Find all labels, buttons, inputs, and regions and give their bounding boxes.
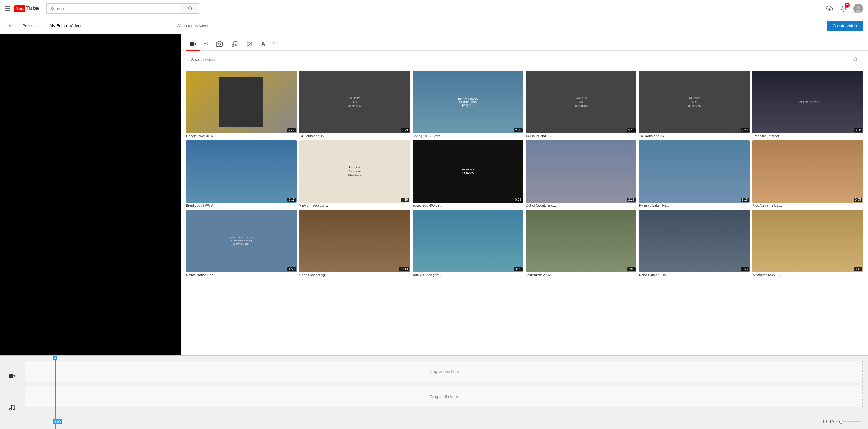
upload-icon[interactable] [825,4,834,13]
video-grid: 2:47 Google Pixel XL R... 14 Hoursand15 … [181,68,868,356]
timeline-audio-icon [9,404,16,412]
list-item[interactable]: 14 Hoursand15 Minutes 2:23 14 Hours and … [526,71,637,138]
video-title: Pyramid Lake | Fe... [639,204,750,207]
video-duration: 10:13 [399,267,409,271]
tab-photo[interactable] [212,38,226,51]
video-duration: 2:22 [627,197,636,202]
video-duration: 2:23 [741,128,749,132]
tab-transitions[interactable] [243,38,257,51]
top-panels: © A ? [0,34,868,356]
svg-point-18 [13,408,15,410]
list-item[interactable]: 1:00 Journalism 208 A... [526,210,637,277]
video-title: Google Pixel XL R... [186,134,297,138]
list-item[interactable]: Input theEstimatedAttendance 4:18 VEMS I… [299,140,410,208]
create-video-button[interactable]: Create video [827,21,863,31]
video-duration: 1:00 [627,267,636,271]
media-panel: © A ? [181,34,868,356]
svg-point-0 [188,7,192,10]
search-input[interactable] [46,3,181,14]
back-button[interactable] [5,21,15,31]
search-button[interactable] [181,3,199,14]
list-item[interactable]: 0:35 Kick Alz in the Bal... [752,140,863,208]
video-title: 14 Hours and 15 ... [299,134,410,138]
svg-point-4 [857,6,860,9]
timeline-tracks: ✕ Drag videos here Drag audio here 0:00 [25,356,868,429]
list-item[interactable]: 0:53 Reno Sunset | Tim... [639,210,750,277]
list-item[interactable]: The Joe CrowleyStudent UnionSpring 2016 … [412,71,523,138]
tab-help[interactable]: ? [270,38,279,51]
zoom-control [823,419,861,424]
svg-line-1 [191,9,192,10]
notification-bell[interactable]: 83 [839,4,848,13]
preview-panel [0,34,181,356]
list-item[interactable]: 3:17 Brent Judy | WCS... [186,140,297,208]
svg-line-14 [856,60,857,61]
zoom-out-icon[interactable] [823,419,828,424]
editor-toolbar: Project All changes saved. Create video [0,17,868,34]
time-marker: 0:00 [53,419,62,424]
video-title: edited edu 495 69... [412,204,523,207]
svg-rect-7 [190,42,194,46]
list-item[interactable]: Break the Internet 0:30 Break the Intern… [752,71,863,138]
menu-button[interactable] [5,6,10,11]
list-item[interactable]: Coffee House Seriesft. Jonathan Rolling&… [186,210,297,277]
svg-line-20 [826,423,827,424]
list-item[interactable]: 2:22 Out of County and... [526,140,637,208]
list-item[interactable]: 14 Hoursand15 Minutes 2:23 14 Hours and … [639,71,750,138]
video-title: VEMS Instruction... [299,204,410,207]
svg-point-19 [823,420,827,423]
list-item[interactable]: 3:11 Whatever Tech | P... [752,210,863,277]
video-title: Out of County and... [526,204,637,207]
project-dropdown[interactable]: Project [19,21,42,30]
main-wrapper: © A ? [0,34,868,429]
svg-point-17 [10,408,12,410]
list-item[interactable]: 10:13 Robert cannot fig... [299,210,410,277]
svg-point-8 [218,43,220,45]
timeline-cursor-head[interactable]: ✕ [53,356,57,360]
video-duration: 0:39 [514,197,522,202]
video-duration: 2:25 [741,197,749,202]
search-icon [853,57,858,62]
list-item[interactable]: 10 FILMS11 DAYS 0:39 edited edu 495 69..… [412,140,523,208]
video-duration: 0:35 [854,197,862,202]
avatar[interactable] [853,4,863,13]
video-title: Reno Sunset | Tim... [639,273,750,277]
video-duration: 2:47 [287,128,296,132]
top-nav: You Tube 83 [0,0,868,17]
video-title: Jour 208 Assignm... [412,273,523,277]
saved-status: All changes saved. [177,23,210,28]
list-item[interactable]: 2:47 Google Pixel XL R... [186,71,297,138]
video-track[interactable]: Drag videos here [25,361,863,382]
nav-right: 83 [825,4,863,13]
video-duration: 3:11 [854,267,862,271]
video-title: Whatever Tech | P... [752,273,863,277]
audio-track-label: Drag audio here [429,394,458,399]
video-title: Spring 2016 Event... [412,134,523,138]
tab-video[interactable] [186,38,200,51]
zoom-circle [830,420,834,424]
svg-marker-11 [248,42,251,46]
tab-cc[interactable]: © [201,38,211,51]
video-track-label: Drag videos here [429,369,459,374]
zoom-handle[interactable] [839,420,843,424]
list-item[interactable]: 2:25 Pyramid Lake | Fe... [639,140,750,208]
tab-text[interactable]: A [258,38,268,51]
zoom-slider[interactable] [836,421,861,422]
project-title-input[interactable] [46,21,168,31]
timeline-icons [0,356,25,429]
video-title: Coffee House Seri... [186,273,297,277]
media-search [186,54,863,65]
video-duration: 0:30 [854,128,862,132]
project-label: Project [22,23,35,28]
music-icon [231,40,238,47]
video-title: Kick Alz in the Bal... [752,204,863,207]
list-item[interactable]: 14 Hoursand15 Minutes 2:23 14 Hours and … [299,71,410,138]
list-item[interactable]: 3:35 Jour 208 Assignm... [412,210,523,277]
video-title: Robert cannot fig... [299,273,410,277]
tab-music[interactable] [227,38,242,51]
video-search-input[interactable] [191,57,853,62]
audio-track[interactable]: Drag audio here [25,386,863,407]
dropdown-icon [36,24,39,27]
svg-point-9 [232,45,234,47]
video-duration: 0:53 [741,267,749,271]
